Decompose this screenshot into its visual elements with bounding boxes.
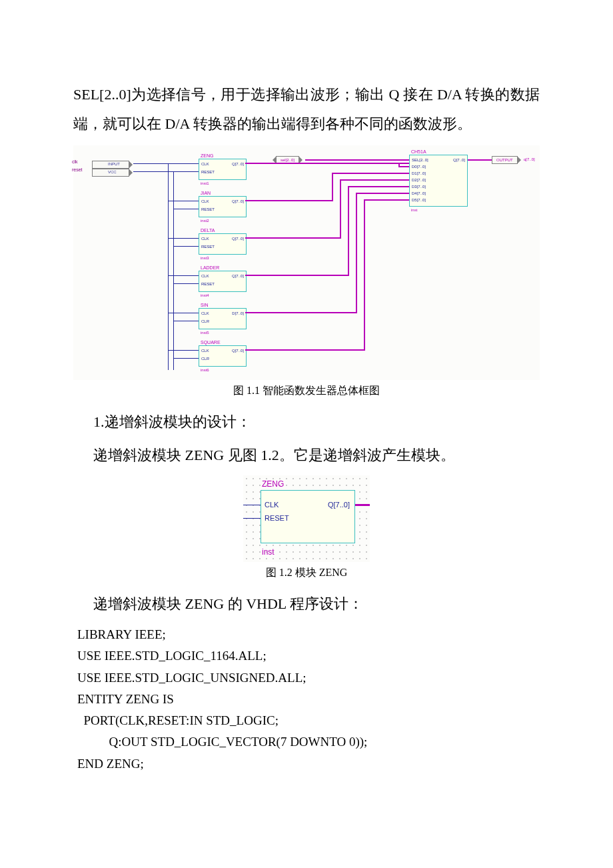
block-square: SQUARE CLK CLR Q[7..0] inst6 (199, 345, 247, 367)
section-heading-1: 1.递增斜波模块的设计： (93, 407, 540, 437)
block-delta: DELTA CLK RESET Q[7..0] inst3 (199, 233, 247, 255)
block-title: ZENG (262, 479, 284, 489)
port-right: D[7..0] (232, 311, 244, 315)
pin-tag-reset: VCC (108, 170, 117, 174)
pin-tag-clk: INPUT (108, 162, 120, 166)
block-inst: inst (411, 208, 417, 212)
port-left: CLK (201, 199, 209, 203)
pin-label-clk: clk (72, 159, 78, 164)
port-left: D3[7..0] (412, 185, 426, 189)
paragraph-intro: SEL[2..0]为选择信号，用于选择输出波形；输出 Q 接在 D/A 转换的数… (73, 80, 540, 139)
block-title: JIAN (201, 191, 211, 195)
port-left: CLK (201, 311, 209, 315)
port-left: RESET (201, 282, 215, 286)
port-left: D2[7..0] (412, 178, 426, 182)
block-title: SIN (201, 303, 209, 307)
block-ch51a: CH51A SEL[2..0] D0[7..0] D1[7..0] D2[7..… (409, 155, 468, 207)
vhdl-code-listing: LIBRARY IEEE; USE IEEE.STD_LOGIC_1164.AL… (77, 624, 540, 775)
paragraph-vhdl-intro: 递增斜波模块 ZENG 的 VHDL 程序设计： (93, 589, 540, 619)
port-left: RESET (201, 207, 215, 211)
port-left: CLK (201, 349, 209, 353)
figure-1-2-caption: 图 1.2 模块 ZENG (73, 566, 540, 580)
input-pin-reset: reset VCC (72, 168, 136, 177)
port-left: RESET (265, 514, 289, 522)
port-right: Q[7..0] (453, 158, 465, 162)
block-inst: inst (262, 547, 275, 557)
block-inst: inst1 (201, 181, 209, 185)
port-left: D4[7..0] (412, 191, 426, 195)
figure-1-1-schematic: clk INPUT reset VCC ZENG CLK RESET Q[7..… (73, 145, 540, 380)
port-left: CLK (201, 274, 209, 278)
output-label: q[7..0] (524, 157, 535, 161)
port-right: Q[7..0] (232, 199, 244, 203)
block-inst: inst3 (201, 256, 209, 260)
block-title: ZENG (201, 153, 213, 158)
block-inst: inst2 (201, 219, 209, 223)
block-jian: JIAN CLK RESET Q[7..0] inst2 (199, 196, 247, 217)
block-title: LADDER (201, 265, 219, 270)
figure-1-1-caption: 图 1.1 智能函数发生器总体框图 (73, 384, 540, 398)
figure-1-2-block: ZENG CLK RESET Q[7..0] inst (243, 475, 370, 562)
port-left: SEL[2..0] (412, 158, 428, 162)
output-pin: OUTPUT (492, 156, 518, 164)
port-right: Q[7..0] (328, 501, 350, 509)
port-left: RESET (201, 245, 215, 249)
port-left: CLK (201, 162, 209, 166)
block-ladder: LADDER CLK RESET Q[7..0] inst4 (199, 271, 247, 292)
block-zeng: ZENG CLK RESET Q[7..0] inst1 (199, 159, 247, 180)
block-sin: SIN CLK CLR D[7..0] inst5 (199, 308, 247, 329)
port-left: CLR (201, 357, 209, 361)
port-left: RESET (201, 170, 215, 174)
port-right: Q[7..0] (232, 274, 244, 278)
port-left: CLR (201, 319, 209, 323)
block-title: DELTA (201, 228, 215, 233)
port-left: D1[7..0] (412, 171, 426, 175)
block-title: SQUARE (201, 340, 221, 345)
port-right: Q[7..0] (232, 237, 244, 241)
port-left: D0[7..0] (412, 165, 426, 169)
port-right: Q[7..0] (232, 162, 244, 166)
paragraph-zeng-intro: 递增斜波模块 ZENG 见图 1.2。它是递增斜波产生模块。 (93, 441, 540, 470)
block-title: CH51A (411, 149, 426, 154)
document-page: SEL[2..0]为选择信号，用于选择输出波形；输出 Q 接在 D/A 转换的数… (0, 0, 613, 801)
port-left: CLK (265, 501, 279, 509)
block-inst: inst5 (201, 331, 209, 335)
block-inst: inst4 (201, 293, 209, 297)
port-right: Q[7..0] (232, 349, 244, 353)
port-left: CLK (201, 237, 209, 241)
port-left: D5[7..0] (412, 198, 426, 202)
pin-label-reset: reset (72, 167, 83, 172)
block-inst: inst6 (201, 368, 209, 372)
